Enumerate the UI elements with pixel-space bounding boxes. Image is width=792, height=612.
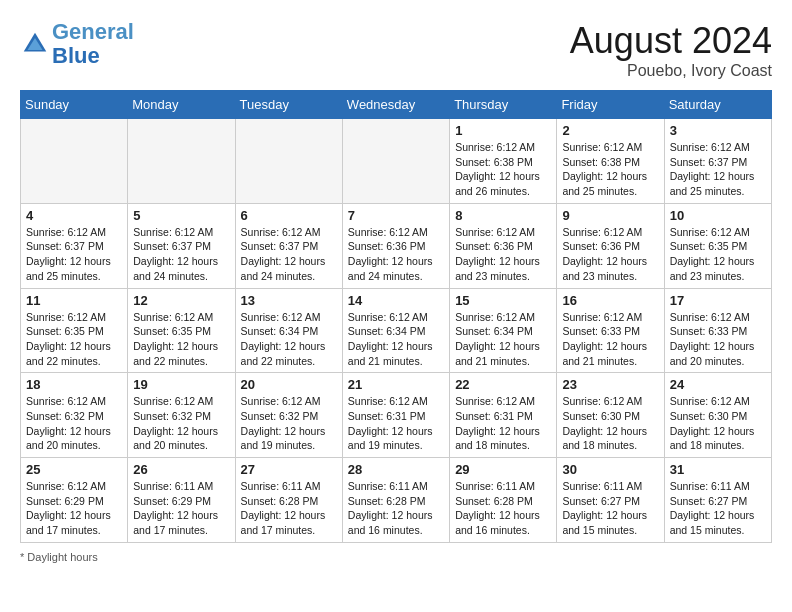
logo-icon [20,29,50,59]
day-number: 22 [455,377,551,392]
calendar-week-1: 1Sunrise: 6:12 AMSunset: 6:38 PMDaylight… [21,119,772,204]
calendar-cell: 1Sunrise: 6:12 AMSunset: 6:38 PMDaylight… [450,119,557,204]
day-number: 18 [26,377,122,392]
col-header-sunday: Sunday [21,91,128,119]
calendar-cell: 29Sunrise: 6:11 AMSunset: 6:28 PMDayligh… [450,458,557,543]
day-number: 13 [241,293,337,308]
calendar-cell: 23Sunrise: 6:12 AMSunset: 6:30 PMDayligh… [557,373,664,458]
calendar-cell: 11Sunrise: 6:12 AMSunset: 6:35 PMDayligh… [21,288,128,373]
title-area: August 2024 Pouebo, Ivory Coast [570,20,772,80]
day-info: Sunrise: 6:12 AMSunset: 6:32 PMDaylight:… [133,394,229,453]
day-info: Sunrise: 6:12 AMSunset: 6:33 PMDaylight:… [670,310,766,369]
col-header-wednesday: Wednesday [342,91,449,119]
day-number: 10 [670,208,766,223]
calendar-cell: 21Sunrise: 6:12 AMSunset: 6:31 PMDayligh… [342,373,449,458]
calendar-cell: 19Sunrise: 6:12 AMSunset: 6:32 PMDayligh… [128,373,235,458]
calendar-cell: 17Sunrise: 6:12 AMSunset: 6:33 PMDayligh… [664,288,771,373]
calendar-week-5: 25Sunrise: 6:12 AMSunset: 6:29 PMDayligh… [21,458,772,543]
col-header-monday: Monday [128,91,235,119]
calendar-cell: 18Sunrise: 6:12 AMSunset: 6:32 PMDayligh… [21,373,128,458]
col-header-thursday: Thursday [450,91,557,119]
day-info: Sunrise: 6:12 AMSunset: 6:31 PMDaylight:… [455,394,551,453]
calendar-cell: 14Sunrise: 6:12 AMSunset: 6:34 PMDayligh… [342,288,449,373]
calendar-cell: 4Sunrise: 6:12 AMSunset: 6:37 PMDaylight… [21,203,128,288]
day-number: 14 [348,293,444,308]
day-info: Sunrise: 6:12 AMSunset: 6:34 PMDaylight:… [348,310,444,369]
day-number: 7 [348,208,444,223]
calendar-cell: 30Sunrise: 6:11 AMSunset: 6:27 PMDayligh… [557,458,664,543]
logo-text: General Blue [52,20,134,68]
day-number: 5 [133,208,229,223]
day-info: Sunrise: 6:12 AMSunset: 6:32 PMDaylight:… [241,394,337,453]
day-number: 21 [348,377,444,392]
calendar-cell: 22Sunrise: 6:12 AMSunset: 6:31 PMDayligh… [450,373,557,458]
day-info: Sunrise: 6:11 AMSunset: 6:27 PMDaylight:… [670,479,766,538]
calendar-cell: 28Sunrise: 6:11 AMSunset: 6:28 PMDayligh… [342,458,449,543]
col-header-tuesday: Tuesday [235,91,342,119]
day-number: 4 [26,208,122,223]
day-number: 12 [133,293,229,308]
day-info: Sunrise: 6:11 AMSunset: 6:27 PMDaylight:… [562,479,658,538]
day-info: Sunrise: 6:12 AMSunset: 6:36 PMDaylight:… [455,225,551,284]
day-number: 27 [241,462,337,477]
day-number: 1 [455,123,551,138]
day-number: 29 [455,462,551,477]
day-number: 26 [133,462,229,477]
calendar-week-3: 11Sunrise: 6:12 AMSunset: 6:35 PMDayligh… [21,288,772,373]
day-number: 30 [562,462,658,477]
day-info: Sunrise: 6:12 AMSunset: 6:29 PMDaylight:… [26,479,122,538]
day-info: Sunrise: 6:12 AMSunset: 6:30 PMDaylight:… [670,394,766,453]
calendar-cell: 26Sunrise: 6:11 AMSunset: 6:29 PMDayligh… [128,458,235,543]
day-info: Sunrise: 6:12 AMSunset: 6:30 PMDaylight:… [562,394,658,453]
page-header: General Blue August 2024 Pouebo, Ivory C… [20,20,772,80]
calendar-cell: 2Sunrise: 6:12 AMSunset: 6:38 PMDaylight… [557,119,664,204]
day-info: Sunrise: 6:11 AMSunset: 6:28 PMDaylight:… [455,479,551,538]
calendar-cell: 24Sunrise: 6:12 AMSunset: 6:30 PMDayligh… [664,373,771,458]
day-number: 8 [455,208,551,223]
calendar-cell: 3Sunrise: 6:12 AMSunset: 6:37 PMDaylight… [664,119,771,204]
col-header-saturday: Saturday [664,91,771,119]
day-info: Sunrise: 6:12 AMSunset: 6:35 PMDaylight:… [133,310,229,369]
day-number: 31 [670,462,766,477]
day-info: Sunrise: 6:12 AMSunset: 6:37 PMDaylight:… [241,225,337,284]
day-info: Sunrise: 6:12 AMSunset: 6:34 PMDaylight:… [455,310,551,369]
day-number: 16 [562,293,658,308]
calendar-cell [235,119,342,204]
logo: General Blue [20,20,134,68]
day-number: 25 [26,462,122,477]
calendar-cell: 13Sunrise: 6:12 AMSunset: 6:34 PMDayligh… [235,288,342,373]
col-header-friday: Friday [557,91,664,119]
day-number: 24 [670,377,766,392]
day-number: 11 [26,293,122,308]
calendar-cell: 9Sunrise: 6:12 AMSunset: 6:36 PMDaylight… [557,203,664,288]
day-info: Sunrise: 6:12 AMSunset: 6:36 PMDaylight:… [562,225,658,284]
calendar-cell: 5Sunrise: 6:12 AMSunset: 6:37 PMDaylight… [128,203,235,288]
day-info: Sunrise: 6:12 AMSunset: 6:32 PMDaylight:… [26,394,122,453]
day-number: 2 [562,123,658,138]
day-number: 9 [562,208,658,223]
day-info: Sunrise: 6:11 AMSunset: 6:29 PMDaylight:… [133,479,229,538]
calendar-cell: 15Sunrise: 6:12 AMSunset: 6:34 PMDayligh… [450,288,557,373]
calendar-cell: 25Sunrise: 6:12 AMSunset: 6:29 PMDayligh… [21,458,128,543]
day-number: 28 [348,462,444,477]
day-info: Sunrise: 6:12 AMSunset: 6:34 PMDaylight:… [241,310,337,369]
day-info: Sunrise: 6:12 AMSunset: 6:31 PMDaylight:… [348,394,444,453]
calendar-cell: 8Sunrise: 6:12 AMSunset: 6:36 PMDaylight… [450,203,557,288]
calendar-cell: 31Sunrise: 6:11 AMSunset: 6:27 PMDayligh… [664,458,771,543]
calendar-cell [128,119,235,204]
day-info: Sunrise: 6:12 AMSunset: 6:37 PMDaylight:… [670,140,766,199]
calendar-cell: 16Sunrise: 6:12 AMSunset: 6:33 PMDayligh… [557,288,664,373]
month-year: August 2024 [570,20,772,62]
day-number: 15 [455,293,551,308]
day-info: Sunrise: 6:12 AMSunset: 6:33 PMDaylight:… [562,310,658,369]
day-info: Sunrise: 6:12 AMSunset: 6:37 PMDaylight:… [133,225,229,284]
calendar-header-row: SundayMondayTuesdayWednesdayThursdayFrid… [21,91,772,119]
day-number: 6 [241,208,337,223]
calendar-cell: 20Sunrise: 6:12 AMSunset: 6:32 PMDayligh… [235,373,342,458]
day-number: 3 [670,123,766,138]
calendar-cell: 27Sunrise: 6:11 AMSunset: 6:28 PMDayligh… [235,458,342,543]
day-info: Sunrise: 6:12 AMSunset: 6:35 PMDaylight:… [26,310,122,369]
day-info: Sunrise: 6:12 AMSunset: 6:37 PMDaylight:… [26,225,122,284]
day-info: Sunrise: 6:12 AMSunset: 6:38 PMDaylight:… [562,140,658,199]
day-info: Sunrise: 6:12 AMSunset: 6:35 PMDaylight:… [670,225,766,284]
